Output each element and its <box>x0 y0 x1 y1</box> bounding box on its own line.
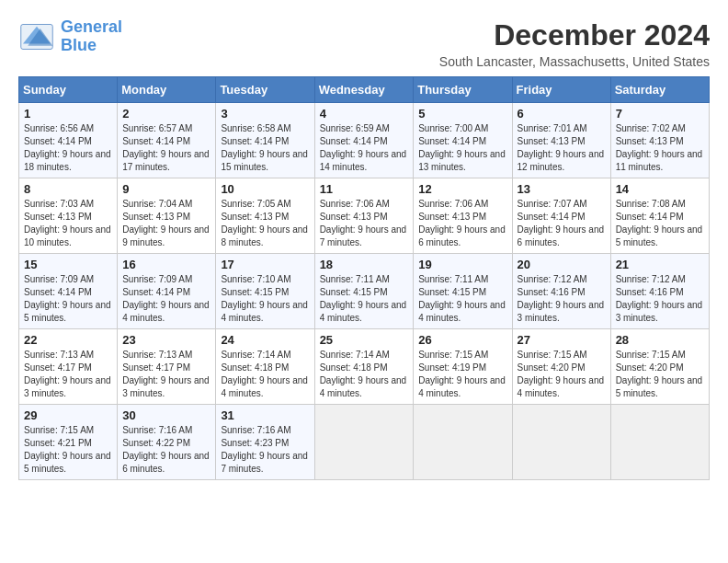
calendar-cell: 31Sunrise: 7:16 AMSunset: 4:23 PMDayligh… <box>216 405 314 480</box>
logo-line1: General <box>61 17 122 36</box>
calendar-header-saturday: Saturday <box>610 77 709 103</box>
calendar-cell: 21Sunrise: 7:12 AMSunset: 4:16 PMDayligh… <box>610 254 709 329</box>
day-number: 30 <box>122 408 210 422</box>
day-number: 14 <box>616 182 704 196</box>
day-number: 15 <box>24 258 112 271</box>
day-info: Sunrise: 7:09 AMSunset: 4:14 PMDaylight:… <box>122 273 210 325</box>
day-number: 28 <box>616 333 704 347</box>
calendar-cell <box>314 405 414 480</box>
day-number: 31 <box>221 408 309 422</box>
day-info: Sunrise: 6:58 AMSunset: 4:14 PMDaylight:… <box>221 122 309 174</box>
calendar-table: SundayMondayTuesdayWednesdayThursdayFrid… <box>18 76 710 480</box>
calendar-cell: 1Sunrise: 6:56 AMSunset: 4:14 PMDaylight… <box>19 103 118 178</box>
day-info: Sunrise: 7:13 AMSunset: 4:17 PMDaylight:… <box>24 349 112 400</box>
day-number: 2 <box>122 107 210 121</box>
calendar-cell: 27Sunrise: 7:15 AMSunset: 4:20 PMDayligh… <box>512 329 610 405</box>
calendar-cell: 12Sunrise: 7:06 AMSunset: 4:13 PMDayligh… <box>414 178 512 254</box>
calendar-header-monday: Monday <box>118 77 216 103</box>
day-number: 4 <box>320 107 409 121</box>
day-info: Sunrise: 7:07 AMSunset: 4:14 PMDaylight:… <box>518 198 606 249</box>
calendar-cell: 8Sunrise: 7:03 AMSunset: 4:13 PMDaylight… <box>19 178 118 254</box>
calendar-cell: 13Sunrise: 7:07 AMSunset: 4:14 PMDayligh… <box>512 178 610 254</box>
calendar-cell: 2Sunrise: 6:57 AMSunset: 4:14 PMDaylight… <box>118 103 216 178</box>
calendar-week-row: 1Sunrise: 6:56 AMSunset: 4:14 PMDaylight… <box>19 103 710 178</box>
calendar-cell: 10Sunrise: 7:05 AMSunset: 4:13 PMDayligh… <box>216 178 314 254</box>
day-number: 9 <box>122 182 210 196</box>
calendar-subtitle: South Lancaster, Massachusetts, United S… <box>439 54 710 69</box>
day-number: 11 <box>320 182 409 196</box>
day-info: Sunrise: 7:12 AMSunset: 4:16 PMDaylight:… <box>616 273 704 325</box>
calendar-cell: 14Sunrise: 7:08 AMSunset: 4:14 PMDayligh… <box>610 178 709 254</box>
day-info: Sunrise: 7:14 AMSunset: 4:18 PMDaylight:… <box>320 349 409 400</box>
day-number: 7 <box>616 107 704 121</box>
calendar-header-row: SundayMondayTuesdayWednesdayThursdayFrid… <box>19 77 710 103</box>
day-info: Sunrise: 7:01 AMSunset: 4:13 PMDaylight:… <box>518 122 606 174</box>
calendar-cell: 26Sunrise: 7:15 AMSunset: 4:19 PMDayligh… <box>414 329 512 405</box>
day-number: 18 <box>320 258 409 271</box>
day-info: Sunrise: 6:57 AMSunset: 4:14 PMDaylight:… <box>122 122 210 174</box>
calendar-header-friday: Friday <box>512 77 610 103</box>
calendar-cell: 6Sunrise: 7:01 AMSunset: 4:13 PMDaylight… <box>512 103 610 178</box>
calendar-cell <box>610 405 709 480</box>
day-info: Sunrise: 7:11 AMSunset: 4:15 PMDaylight:… <box>418 273 506 325</box>
day-number: 26 <box>418 333 506 347</box>
calendar-week-row: 8Sunrise: 7:03 AMSunset: 4:13 PMDaylight… <box>19 178 710 254</box>
calendar-header-sunday: Sunday <box>19 77 118 103</box>
page-header: General Blue December 2024 South Lancast… <box>18 18 710 69</box>
day-number: 1 <box>24 107 112 121</box>
day-number: 6 <box>518 107 606 121</box>
title-block: December 2024 South Lancaster, Massachus… <box>439 18 710 69</box>
day-number: 17 <box>221 258 309 271</box>
day-number: 3 <box>221 107 309 121</box>
day-number: 23 <box>122 333 210 347</box>
day-number: 21 <box>616 258 704 271</box>
day-number: 27 <box>518 333 606 347</box>
day-info: Sunrise: 7:02 AMSunset: 4:13 PMDaylight:… <box>616 122 704 174</box>
day-info: Sunrise: 7:15 AMSunset: 4:19 PMDaylight:… <box>418 349 506 400</box>
calendar-week-row: 22Sunrise: 7:13 AMSunset: 4:17 PMDayligh… <box>19 329 710 405</box>
calendar-title: December 2024 <box>439 18 710 52</box>
day-info: Sunrise: 7:00 AMSunset: 4:14 PMDaylight:… <box>418 122 506 174</box>
day-info: Sunrise: 7:15 AMSunset: 4:21 PMDaylight:… <box>24 424 112 476</box>
day-info: Sunrise: 7:09 AMSunset: 4:14 PMDaylight:… <box>24 273 112 325</box>
calendar-cell: 29Sunrise: 7:15 AMSunset: 4:21 PMDayligh… <box>19 405 118 480</box>
day-info: Sunrise: 6:56 AMSunset: 4:14 PMDaylight:… <box>24 122 112 174</box>
calendar-cell: 30Sunrise: 7:16 AMSunset: 4:22 PMDayligh… <box>118 405 216 480</box>
calendar-cell: 17Sunrise: 7:10 AMSunset: 4:15 PMDayligh… <box>216 254 314 329</box>
calendar-cell: 3Sunrise: 6:58 AMSunset: 4:14 PMDaylight… <box>216 103 314 178</box>
day-info: Sunrise: 7:03 AMSunset: 4:13 PMDaylight:… <box>24 198 112 249</box>
day-number: 20 <box>518 258 606 271</box>
calendar-cell: 25Sunrise: 7:14 AMSunset: 4:18 PMDayligh… <box>314 329 414 405</box>
calendar-cell: 24Sunrise: 7:14 AMSunset: 4:18 PMDayligh… <box>216 329 314 405</box>
day-number: 22 <box>24 333 112 347</box>
day-number: 13 <box>518 182 606 196</box>
logo-line2: Blue <box>61 36 97 54</box>
day-number: 10 <box>221 182 309 196</box>
day-info: Sunrise: 7:08 AMSunset: 4:14 PMDaylight:… <box>616 198 704 249</box>
calendar-header-tuesday: Tuesday <box>216 77 314 103</box>
day-number: 24 <box>221 333 309 347</box>
calendar-cell: 4Sunrise: 6:59 AMSunset: 4:14 PMDaylight… <box>314 103 414 178</box>
calendar-cell: 9Sunrise: 7:04 AMSunset: 4:13 PMDaylight… <box>118 178 216 254</box>
day-info: Sunrise: 7:05 AMSunset: 4:13 PMDaylight:… <box>221 198 309 249</box>
calendar-cell: 15Sunrise: 7:09 AMSunset: 4:14 PMDayligh… <box>19 254 118 329</box>
day-info: Sunrise: 6:59 AMSunset: 4:14 PMDaylight:… <box>320 122 409 174</box>
day-info: Sunrise: 7:12 AMSunset: 4:16 PMDaylight:… <box>518 273 606 325</box>
day-number: 16 <box>122 258 210 271</box>
calendar-cell <box>512 405 610 480</box>
day-number: 19 <box>418 258 506 271</box>
day-info: Sunrise: 7:16 AMSunset: 4:23 PMDaylight:… <box>221 424 309 476</box>
logo: General Blue <box>18 18 122 55</box>
calendar-cell: 16Sunrise: 7:09 AMSunset: 4:14 PMDayligh… <box>118 254 216 329</box>
day-info: Sunrise: 7:15 AMSunset: 4:20 PMDaylight:… <box>518 349 606 400</box>
calendar-week-row: 29Sunrise: 7:15 AMSunset: 4:21 PMDayligh… <box>19 405 710 480</box>
calendar-header-wednesday: Wednesday <box>314 77 414 103</box>
calendar-week-row: 15Sunrise: 7:09 AMSunset: 4:14 PMDayligh… <box>19 254 710 329</box>
day-info: Sunrise: 7:04 AMSunset: 4:13 PMDaylight:… <box>122 198 210 249</box>
calendar-cell: 7Sunrise: 7:02 AMSunset: 4:13 PMDaylight… <box>610 103 709 178</box>
calendar-header-thursday: Thursday <box>414 77 512 103</box>
logo-text: General Blue <box>61 18 122 55</box>
day-number: 25 <box>320 333 409 347</box>
calendar-cell: 19Sunrise: 7:11 AMSunset: 4:15 PMDayligh… <box>414 254 512 329</box>
day-number: 8 <box>24 182 112 196</box>
